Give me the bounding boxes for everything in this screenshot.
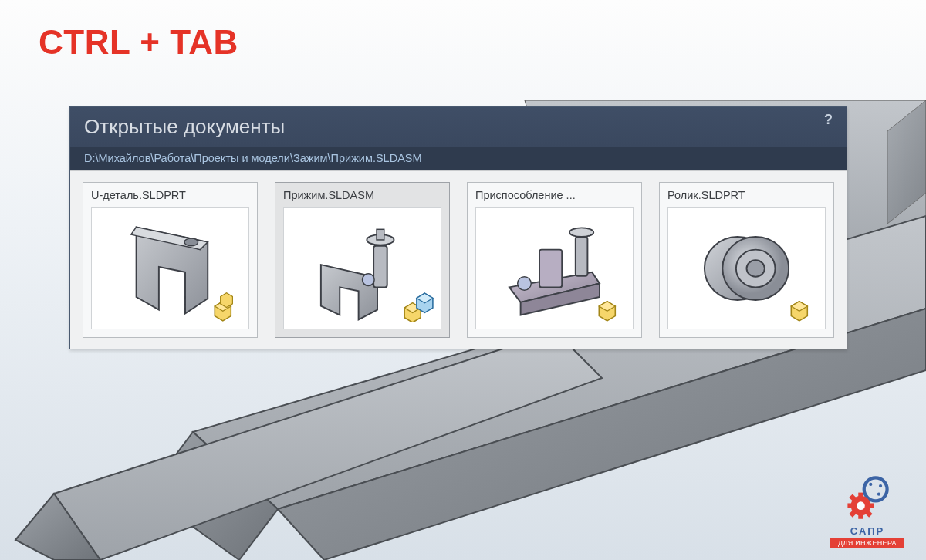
svg-rect-27 [576, 237, 588, 276]
document-tile[interactable]: U-деталь.SLDPRT [83, 182, 258, 338]
document-thumbnail [283, 207, 441, 329]
watermark-logo: САПР ДЛЯ ИНЖЕНЕРА [830, 473, 904, 548]
svg-point-11 [184, 238, 198, 246]
svg-point-28 [569, 228, 593, 237]
document-grid: U-деталь.SLDPRT П [83, 182, 834, 338]
svg-marker-5 [54, 332, 602, 560]
watermark-text-2: ДЛЯ ИНЖЕНЕРА [830, 538, 904, 548]
svg-rect-43 [858, 493, 863, 500]
document-label: Прижим.SLDASM [283, 189, 441, 201]
svg-marker-6 [15, 494, 100, 560]
part-type-icon [210, 290, 242, 322]
svg-point-29 [518, 277, 532, 291]
svg-rect-16 [373, 246, 387, 288]
document-label: Ролик.SLDPRT [667, 189, 826, 201]
watermark-text-1: САПР [830, 525, 904, 537]
dialog-file-path: D:\Михайлов\Работа\Проекты и модели\Зажи… [70, 147, 847, 170]
part-type-icon [786, 290, 819, 322]
dialog-titlebar: Открытые документы ? [70, 107, 847, 147]
dialog-body: U-деталь.SLDPRT П [70, 170, 847, 349]
svg-point-50 [857, 501, 865, 510]
document-thumbnail [91, 207, 249, 329]
help-icon[interactable]: ? [824, 112, 833, 128]
svg-marker-15 [321, 265, 377, 319]
open-documents-dialog: Открытые документы ? D:\Михайлов\Работа\… [69, 106, 847, 349]
document-thumbnail [667, 207, 826, 329]
svg-rect-26 [539, 250, 562, 288]
headline-shortcut: CTRL + TAB [39, 23, 238, 62]
svg-point-19 [363, 274, 375, 286]
dialog-title: Открытые документы [84, 115, 285, 139]
document-thumbnail [475, 207, 634, 329]
document-label: Приспособление ... [475, 189, 634, 201]
gear-logo-icon [843, 473, 892, 522]
svg-rect-44 [858, 512, 863, 519]
svg-marker-1 [887, 100, 926, 224]
document-tile[interactable]: Ролик.SLDPRT [659, 182, 834, 338]
svg-point-40 [879, 484, 882, 487]
document-tile[interactable]: Прижим.SLDASM [275, 182, 450, 338]
part-type-icon [594, 290, 627, 322]
svg-marker-3 [147, 432, 278, 560]
svg-marker-14 [221, 293, 233, 308]
assembly-type-icon [402, 290, 434, 322]
svg-point-39 [869, 483, 872, 486]
svg-rect-46 [867, 503, 874, 508]
svg-point-41 [877, 493, 880, 496]
document-tile[interactable]: Приспособление ... [467, 182, 642, 338]
svg-rect-45 [847, 503, 854, 508]
svg-point-35 [747, 260, 765, 276]
svg-rect-18 [377, 229, 384, 240]
document-label: U-деталь.SLDPRT [91, 189, 249, 201]
svg-point-38 [864, 477, 887, 501]
